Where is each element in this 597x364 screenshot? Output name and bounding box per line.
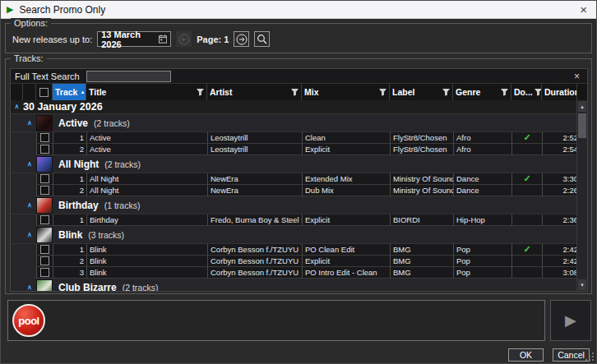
next-page-button[interactable] xyxy=(234,31,249,47)
duration-cell: 2:42 xyxy=(542,244,576,256)
track-checkbox[interactable] xyxy=(40,186,49,195)
header-checkbox-cell xyxy=(36,84,53,100)
track-row[interactable]: 1 Birthday Fredo, Burna Boy & Steel Ban.… xyxy=(11,214,576,226)
column-header-mix[interactable]: Mix xyxy=(302,84,390,100)
collapse-chevron-icon[interactable]: ∧ xyxy=(23,202,36,209)
collapse-chevron-icon[interactable]: ∧ xyxy=(23,232,36,238)
duration-cell: 2:52 xyxy=(542,132,576,144)
mix-cell: PO Clean Edit xyxy=(302,244,390,256)
track-row[interactable]: 1 Blink Corbyn Besson f./TZUYU PO Clean … xyxy=(11,244,576,256)
column-header-title[interactable]: Title xyxy=(86,84,207,100)
track-checkbox[interactable] xyxy=(40,245,49,254)
play-icon: ▶ xyxy=(565,311,576,329)
options-groupbox: Options: New releases up to: 13 March 20… xyxy=(5,23,592,53)
search-button[interactable] xyxy=(254,31,270,47)
track-checkbox[interactable] xyxy=(40,215,49,224)
collapse-chevron-icon[interactable]: ∧ xyxy=(11,104,23,110)
column-header-duration[interactable]: Duration xyxy=(542,84,576,100)
table-main: Track ▲ Title Artist xyxy=(11,84,576,291)
collapse-chevron-icon[interactable]: ∧ xyxy=(23,284,36,291)
album-art xyxy=(36,115,53,131)
column-header-genre[interactable]: Genre xyxy=(453,84,511,100)
track-checkbox[interactable] xyxy=(40,174,49,183)
genre-cell: Hip-Hop xyxy=(453,214,511,226)
close-icon[interactable]: × xyxy=(576,3,590,16)
tracks-group-label: Tracks: xyxy=(11,53,47,63)
title-cell: All Night xyxy=(86,173,207,185)
select-all-checkbox[interactable] xyxy=(39,88,49,97)
collapse-chevron-icon[interactable]: ∧ xyxy=(23,161,36,168)
filter-icon[interactable] xyxy=(535,89,542,96)
track-row[interactable]: 2 Blink Corbyn Besson f./TZUYU Explicit … xyxy=(11,256,576,267)
genre-cell: Afro xyxy=(453,132,511,144)
scrollbar-header-spacer xyxy=(577,84,587,100)
ok-button[interactable]: OK xyxy=(508,348,544,362)
full-text-search-bar: Full Text Search × xyxy=(11,69,587,84)
duration-cell: 2:54 xyxy=(542,144,576,155)
next-page-icon xyxy=(236,34,248,45)
track-number-cell: 1 xyxy=(53,214,86,226)
album-group-row[interactable]: ∧ Birthday (1 tracks) xyxy=(11,196,576,214)
pool-logo: pool xyxy=(12,304,45,337)
full-text-search-input[interactable] xyxy=(86,71,171,82)
column-header-downloaded[interactable]: Do... xyxy=(511,84,542,100)
scroll-up-button[interactable]: ▲ xyxy=(578,101,586,112)
clear-search-icon[interactable]: × xyxy=(571,71,583,81)
artist-cell: Corbyn Besson f./TZUYU xyxy=(207,267,302,279)
artist-cell: NewEra xyxy=(207,173,302,185)
album-group-row[interactable]: ∧ Blink (3 tracks) xyxy=(11,226,576,244)
label-cell: BMG xyxy=(390,256,453,267)
artist-cell: NewEra xyxy=(207,185,302,196)
window-title: Search Promo Only xyxy=(19,4,105,16)
table-grid-area: Track ▲ Title Artist xyxy=(11,84,587,291)
album-track-count: (3 tracks) xyxy=(88,230,124,240)
filter-icon[interactable] xyxy=(291,89,298,96)
column-header-artist[interactable]: Artist xyxy=(207,84,302,100)
dialog-body: Options: New releases up to: 13 March 20… xyxy=(1,19,596,363)
label-cell: FlyStr8/Chosen xyxy=(390,132,453,144)
album-name: Club Bizarre xyxy=(58,282,117,292)
column-header-label[interactable]: Label xyxy=(390,84,453,100)
album-group-row[interactable]: ∧ Active (2 tracks) xyxy=(11,114,576,132)
scrollbar-thumb[interactable] xyxy=(578,113,586,138)
track-checkbox[interactable] xyxy=(40,268,49,277)
title-cell: Blink xyxy=(86,267,207,279)
album-group-row[interactable]: ∧ Club Bizarre (2 tracks) xyxy=(11,279,576,291)
track-row[interactable]: 2 All Night NewEra Dub Mix Ministry Of S… xyxy=(11,185,576,196)
track-checkbox[interactable] xyxy=(40,256,49,265)
play-button[interactable]: ▶ xyxy=(550,300,591,341)
album-art xyxy=(36,156,53,173)
filter-icon[interactable] xyxy=(197,89,204,96)
album-art xyxy=(36,279,53,292)
downloaded-check-icon xyxy=(511,214,542,226)
track-checkbox[interactable] xyxy=(40,145,49,154)
track-checkbox[interactable] xyxy=(40,133,49,142)
scrollbar-track[interactable] xyxy=(577,139,587,279)
track-row[interactable]: 1 All Night NewEra Extended Mix Ministry… xyxy=(11,173,576,185)
prev-page-button[interactable] xyxy=(176,31,192,47)
collapse-chevron-icon[interactable]: ∧ xyxy=(23,120,36,127)
new-releases-date-input[interactable]: 13 March 2026 xyxy=(97,31,171,47)
column-header-track[interactable]: Track ▲ xyxy=(53,84,86,100)
date-group-row[interactable]: ∧ 30 January 2026 xyxy=(11,100,576,114)
album-group-row[interactable]: ∧ All Night (2 tracks) xyxy=(11,155,576,173)
scroll-down-button[interactable]: ▼ xyxy=(578,279,586,290)
duration-cell: 3:30 xyxy=(542,173,576,185)
calendar-icon[interactable] xyxy=(159,35,167,44)
track-row[interactable]: 2 Active Leostaytrill Explicit FlyStr8/C… xyxy=(11,144,576,155)
track-row[interactable]: 3 Blink Corbyn Besson f./TZUYU PO Intro … xyxy=(11,267,576,279)
album-art xyxy=(36,197,53,214)
mix-cell: Explicit xyxy=(302,214,390,226)
resize-grip[interactable] xyxy=(592,352,594,354)
cancel-button[interactable]: Cancel xyxy=(553,348,590,362)
sort-asc-icon: ▲ xyxy=(80,90,85,94)
filter-icon[interactable] xyxy=(442,89,450,96)
artist-cell: Corbyn Besson f./TZUYU xyxy=(207,244,302,256)
track-row[interactable]: 1 Active Leostaytrill Clean FlyStr8/Chos… xyxy=(11,132,576,144)
filter-icon[interactable] xyxy=(501,89,508,96)
filter-icon[interactable] xyxy=(379,89,386,96)
date-value: 13 March 2026 xyxy=(101,30,159,49)
duration-cell: 2:26 xyxy=(542,185,576,196)
vertical-scrollbar[interactable]: ▲ ▼ xyxy=(576,84,587,291)
genre-cell: Afro xyxy=(453,144,511,155)
